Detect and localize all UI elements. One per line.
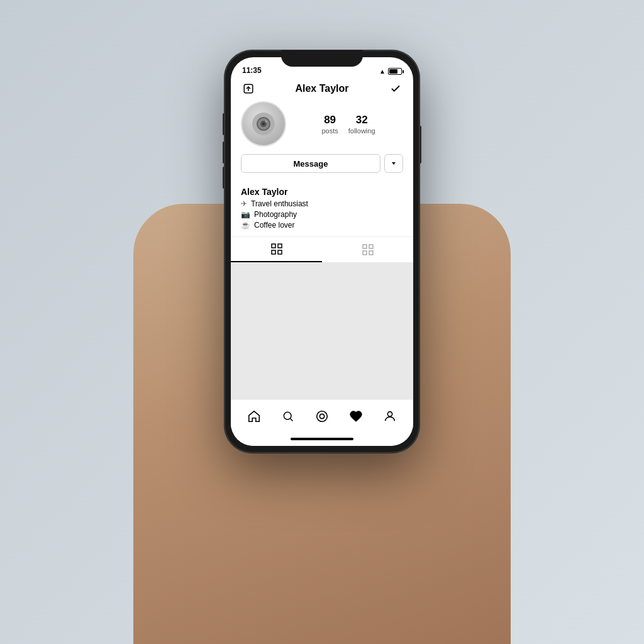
nav-search[interactable] xyxy=(277,405,299,428)
svg-rect-14 xyxy=(363,251,367,255)
bio-photo-text: Photography xyxy=(254,210,297,219)
top-nav: Alex Taylor xyxy=(231,77,413,101)
travel-bullet: ✈ xyxy=(241,199,247,208)
nav-likes[interactable] xyxy=(345,405,367,428)
battery-icon xyxy=(388,68,402,75)
bio-section: Alex Taylor ✈ Travel enthusiast 📷 Photog… xyxy=(231,187,413,236)
svg-rect-13 xyxy=(369,245,373,248)
nav-home[interactable] xyxy=(243,405,265,428)
phone-screen: 11:35 ▲ xyxy=(231,57,413,446)
posts-count: 89 xyxy=(324,114,336,126)
following-label: following xyxy=(348,127,375,135)
profile-name-header: Alex Taylor xyxy=(295,83,348,94)
nav-camera[interactable] xyxy=(311,405,333,428)
coffee-bullet: ☕ xyxy=(241,221,250,230)
posts-label: posts xyxy=(321,127,338,135)
dropdown-button[interactable] xyxy=(384,154,403,173)
nav-profile[interactable] xyxy=(379,405,401,428)
bio-travel-text: Travel enthusiast xyxy=(251,199,308,208)
svg-rect-8 xyxy=(272,244,275,248)
svg-line-17 xyxy=(291,418,293,421)
home-bar xyxy=(291,438,353,440)
photo-grid-area xyxy=(231,262,413,399)
svg-rect-12 xyxy=(363,245,367,248)
signal-icon: ▲ xyxy=(379,68,386,75)
status-icons: ▲ xyxy=(379,68,402,75)
svg-marker-7 xyxy=(392,162,396,165)
profile-row: 89 posts 32 following xyxy=(241,101,403,147)
stats-row: 89 posts 32 following xyxy=(294,114,403,135)
svg-rect-15 xyxy=(369,251,373,255)
svg-point-19 xyxy=(319,414,324,418)
tab-grid[interactable] xyxy=(231,237,322,262)
app-content: Alex Taylor xyxy=(231,77,413,446)
svg-point-18 xyxy=(317,411,328,421)
photo-bullet: 📷 xyxy=(241,210,250,219)
bottom-nav xyxy=(231,399,413,432)
svg-rect-9 xyxy=(278,244,282,248)
message-button[interactable]: Message xyxy=(241,154,380,173)
following-count: 32 xyxy=(356,114,368,126)
stat-posts: 89 posts xyxy=(321,114,338,135)
bio-full-name: Alex Taylor xyxy=(241,187,403,197)
battery-fill xyxy=(389,69,397,74)
svg-point-16 xyxy=(284,412,291,419)
action-row: Message xyxy=(241,154,403,173)
svg-point-5 xyxy=(262,123,265,125)
bio-line-photo: 📷 Photography xyxy=(241,210,403,219)
stat-following: 32 following xyxy=(348,114,375,135)
svg-rect-11 xyxy=(278,250,282,254)
bio-coffee-text: Coffee lover xyxy=(254,221,294,230)
scene: 11:35 ▲ xyxy=(0,0,644,644)
phone-device: 11:35 ▲ xyxy=(225,50,419,453)
tab-tagged[interactable] xyxy=(322,237,413,262)
tabs-row xyxy=(231,236,413,262)
upload-icon[interactable] xyxy=(241,81,256,96)
avatar[interactable] xyxy=(241,101,286,147)
home-indicator xyxy=(231,432,413,446)
bio-line-travel: ✈ Travel enthusiast xyxy=(241,199,403,208)
svg-point-20 xyxy=(387,411,392,416)
bio-line-coffee: ☕ Coffee lover xyxy=(241,221,403,230)
svg-rect-10 xyxy=(272,250,275,254)
svg-point-6 xyxy=(265,121,267,123)
phone-notch xyxy=(281,50,363,67)
status-time: 11:35 xyxy=(242,66,262,75)
profile-section: 89 posts 32 following Message xyxy=(231,101,413,187)
checkmark-icon[interactable] xyxy=(388,81,403,96)
